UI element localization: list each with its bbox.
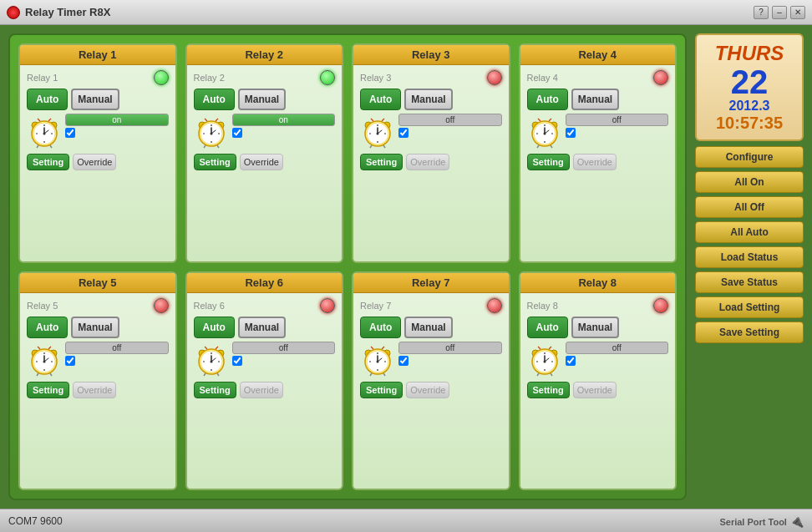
app-title: Relay Timer R8X — [25, 6, 754, 18]
relay-setting-btn-4[interactable]: Setting — [527, 154, 570, 170]
relay-body-7: Relay 7 Auto Manual — [353, 293, 509, 489]
relay-setting-btn-5[interactable]: Setting — [27, 382, 69, 398]
relay-manual-btn-2[interactable]: Manual — [238, 89, 286, 110]
relay-auto-btn-4[interactable]: Auto — [527, 89, 568, 110]
svg-line-29 — [216, 119, 218, 121]
help-button[interactable]: ? — [754, 6, 769, 19]
relay-auto-btn-6[interactable]: Auto — [194, 317, 235, 338]
all-off-button[interactable]: All Off — [695, 196, 804, 218]
relay-name-5: Relay 5 — [27, 301, 58, 311]
override-toggle-7[interactable]: off — [398, 342, 502, 354]
relay-override-btn-4[interactable]: Override — [573, 154, 617, 170]
save-status-button[interactable]: Save Status — [695, 271, 804, 293]
relay-setting-btn-3[interactable]: Setting — [360, 154, 403, 170]
svg-line-31 — [383, 145, 385, 148]
override-toggle-2[interactable]: on — [232, 114, 336, 126]
relay-auto-btn-2[interactable]: Auto — [194, 89, 235, 110]
port-info: COM7 9600 — [8, 515, 63, 527]
svg-line-74 — [48, 347, 51, 349]
relay-buttons-5: Auto Manual — [27, 317, 169, 338]
relay-card-2: Relay 2 Relay 2 Auto Manual — [185, 43, 344, 263]
relay-clock-4[interactable] — [527, 114, 562, 149]
all-auto-button[interactable]: All Auto — [695, 221, 804, 243]
svg-line-119 — [549, 347, 551, 349]
configure-button[interactable]: Configure — [695, 146, 804, 168]
relay-override-btn-6[interactable]: Override — [240, 382, 283, 398]
override-toggle-5[interactable]: off — [65, 342, 169, 354]
relay-clock-5[interactable] — [27, 342, 62, 377]
override-checkbox-row-6 — [232, 356, 336, 366]
relay-override-btn-2[interactable]: Override — [240, 154, 283, 170]
relay-override-btn-3[interactable]: Override — [406, 154, 449, 170]
relay-header-8: Relay 8 — [520, 273, 676, 293]
override-checkbox-2[interactable] — [232, 128, 242, 138]
all-on-button[interactable]: All On — [695, 171, 804, 193]
relay-manual-btn-4[interactable]: Manual — [571, 89, 619, 110]
relay-body-5: Relay 5 Auto Manual — [20, 293, 175, 489]
relay-clock-1[interactable] — [27, 114, 62, 149]
relay-clock-2[interactable] — [194, 114, 229, 149]
override-toggle-4[interactable]: off — [566, 114, 669, 126]
relay-buttons-3: Auto Manual — [360, 89, 502, 110]
relay-auto-btn-7[interactable]: Auto — [360, 317, 401, 338]
relay-body-4: Relay 4 Auto Manual — [520, 65, 676, 261]
relay-override-btn-5[interactable]: Override — [73, 382, 116, 398]
close-button[interactable]: ✕ — [790, 6, 805, 19]
relay-manual-btn-6[interactable]: Manual — [238, 317, 286, 338]
load-status-button[interactable]: Load Status — [695, 246, 804, 268]
relay-manual-btn-7[interactable]: Manual — [404, 317, 452, 338]
relay-auto-btn-3[interactable]: Auto — [360, 89, 401, 110]
override-toggle-1[interactable]: on — [65, 114, 169, 126]
override-toggle-3[interactable]: off — [398, 114, 502, 126]
relay-override-btn-7[interactable]: Override — [406, 382, 449, 398]
relay-setting-btn-1[interactable]: Setting — [27, 154, 69, 170]
relay-setting-btn-6[interactable]: Setting — [194, 382, 236, 398]
relay-clock-8[interactable] — [527, 342, 562, 377]
svg-point-117 — [543, 360, 546, 362]
save-setting-button[interactable]: Save Setting — [695, 322, 804, 343]
svg-line-88 — [205, 347, 207, 349]
override-section-4: off — [566, 114, 669, 138]
relay-clock-6[interactable] — [194, 342, 229, 377]
relay-manual-btn-3[interactable]: Manual — [404, 89, 452, 110]
override-checkbox-3[interactable] — [398, 128, 409, 138]
relay-setting-btn-7[interactable]: Setting — [360, 382, 403, 398]
relay-auto-btn-8[interactable]: Auto — [527, 317, 568, 338]
override-section-8: off — [566, 342, 669, 366]
override-checkbox-5[interactable] — [65, 356, 75, 366]
relay-override-btn-8[interactable]: Override — [573, 382, 617, 398]
override-toggle-6[interactable]: off — [232, 342, 336, 354]
relay-led-1 — [154, 70, 169, 85]
override-toggle-8[interactable]: off — [566, 342, 669, 354]
override-checkbox-4[interactable] — [566, 128, 576, 138]
override-checkbox-1[interactable] — [65, 128, 75, 138]
svg-line-60 — [37, 373, 38, 376]
minimize-button[interactable]: – — [772, 6, 787, 19]
setting-override-row-4: Setting Override — [527, 154, 669, 170]
relay-clock-3[interactable] — [360, 114, 395, 149]
svg-line-105 — [537, 373, 539, 376]
svg-line-75 — [204, 373, 206, 376]
relay-status-row-2: Relay 2 — [194, 70, 336, 85]
relay-manual-btn-5[interactable]: Manual — [71, 317, 119, 338]
relay-auto-btn-5[interactable]: Auto — [27, 317, 68, 338]
relay-manual-btn-1[interactable]: Manual — [71, 89, 119, 110]
override-checkbox-8[interactable] — [566, 356, 576, 366]
title-controls: ? – ✕ — [754, 6, 805, 19]
relay-setting-btn-8[interactable]: Setting — [527, 382, 570, 398]
relay-setting-btn-2[interactable]: Setting — [194, 154, 236, 170]
override-checkbox-7[interactable] — [398, 356, 409, 366]
override-checkbox-6[interactable] — [232, 356, 242, 366]
relay-clock-7[interactable] — [360, 342, 395, 377]
relay-auto-btn-1[interactable]: Auto — [27, 89, 68, 110]
svg-line-46 — [551, 145, 552, 148]
relay-led-2 — [320, 70, 335, 85]
relay-header-7: Relay 7 — [353, 273, 509, 293]
relay-manual-btn-8[interactable]: Manual — [571, 317, 619, 338]
relay-override-btn-1[interactable]: Override — [73, 154, 116, 170]
relay-header-5: Relay 5 — [20, 273, 175, 293]
load-setting-button[interactable]: Load Setting — [695, 296, 804, 318]
relay-led-8 — [653, 298, 668, 313]
svg-line-73 — [38, 347, 40, 349]
relay-status-row-6: Relay 6 — [194, 298, 336, 313]
